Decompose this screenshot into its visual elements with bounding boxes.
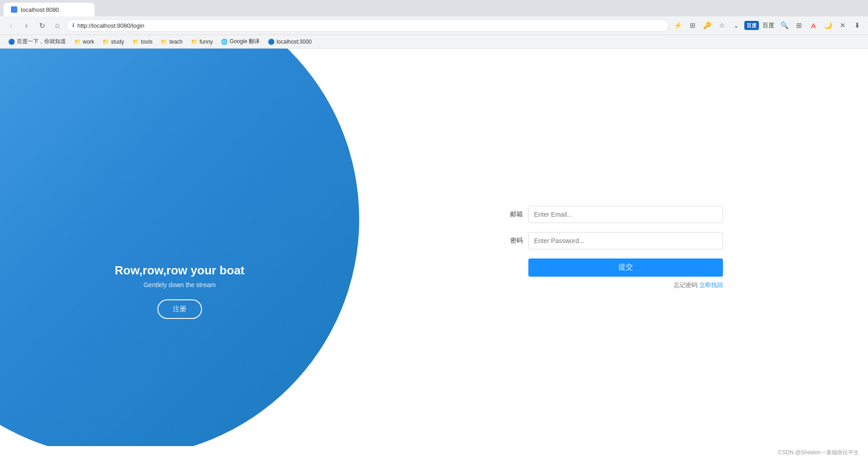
bookmark-work-label: work [83, 39, 94, 45]
forgot-password-link[interactable]: 立即找回 [699, 282, 723, 288]
login-form: 邮箱 密码 提交 忘记密码 立即找回 [505, 206, 723, 289]
folder-study-icon: 📁 [102, 39, 109, 45]
bookmark-google-translate[interactable]: 🌐 Google 翻译 [217, 36, 263, 47]
password-input[interactable] [528, 232, 723, 249]
password-row: 密码 [505, 232, 723, 249]
tab-bar: localhost:8080 [0, 0, 868, 16]
extensions-icon[interactable]: ⊞ [686, 19, 699, 32]
left-section: Row,row,row your boat Gentlely down the … [0, 49, 359, 446]
bookmark-teach-label: teach [169, 39, 182, 45]
bookmark-tools[interactable]: 📁 tools [129, 37, 156, 46]
folder-tools-icon: 📁 [132, 39, 139, 45]
search-icon[interactable]: 🔍 [778, 19, 791, 32]
submit-button[interactable]: 提交 [528, 258, 723, 277]
bookmark-google-translate-label: Google 翻译 [230, 38, 260, 45]
forgot-password-text: 忘记密码 [674, 282, 697, 288]
bookmark-localhost-label: localhost:3000 [276, 39, 311, 45]
tab-title: localhost:8080 [21, 6, 59, 13]
refresh-button[interactable]: ↻ [35, 19, 48, 32]
baidu-text: 百度 [763, 21, 774, 30]
email-input[interactable] [528, 206, 723, 223]
acrobat-icon[interactable]: A [807, 19, 820, 32]
folder-funny-icon: 📁 [191, 39, 198, 45]
address-bar[interactable]: ℹ http://localhost:8080/login [66, 19, 669, 32]
forward-button[interactable]: › [20, 19, 33, 32]
bookmark-tools-label: tools [141, 39, 152, 45]
apps-icon[interactable]: ⊞ [793, 19, 805, 32]
bookmark-study[interactable]: 📁 study [99, 37, 128, 46]
page-content: Row,row,row your boat Gentlely down the … [0, 49, 868, 446]
download-icon[interactable]: ⬇ [851, 19, 863, 32]
blue-circle [0, 49, 359, 446]
google-translate-favicon: 🌐 [221, 39, 228, 45]
bookmark-localhost-3000[interactable]: 🔵 localhost:3000 [264, 37, 315, 46]
baidu-ext-icon[interactable]: 百度 [744, 21, 759, 30]
password-label: 密码 [505, 237, 523, 245]
folder-work-icon: 📁 [74, 39, 81, 45]
browser-tab[interactable]: localhost:8080 [4, 3, 95, 16]
bookmark-funny[interactable]: 📁 funny [187, 37, 216, 46]
folder-teach-icon: 📁 [161, 39, 167, 45]
baidu-favicon: 🔵 [8, 39, 15, 45]
bookmark-baidu-label: 百度一下，你就知道 [17, 38, 66, 45]
page-footer: CSDN @Sheldon一蓑烟雨任平生 [778, 449, 859, 457]
bookmark-baidu[interactable]: 🔵 百度一下，你就知道 [5, 36, 70, 47]
email-row: 邮箱 [505, 206, 723, 223]
bookmark-work[interactable]: 📁 work [70, 37, 98, 46]
lock-icon: ℹ [72, 22, 75, 29]
star-icon[interactable]: ☆ [715, 19, 728, 32]
toolbar-right: ⚡ ⊞ 🔑 ☆ ⌄ 百度 百度 🔍 ⊞ A 🌙 ✕ ⬇ [672, 19, 863, 32]
hero-subtitle: Gentlely down the stream [115, 281, 245, 288]
bookmark-funny-label: funny [200, 39, 213, 45]
email-label: 邮箱 [505, 210, 523, 219]
register-button[interactable]: 注册 [157, 299, 202, 319]
localhost-favicon: 🔵 [268, 39, 275, 45]
bookmark-study-label: study [111, 39, 124, 45]
browser-chrome: localhost:8080 ‹ › ↻ ⌂ ℹ http://localhos… [0, 0, 868, 49]
submit-row: 提交 [505, 258, 723, 277]
hero-title: Row,row,row your boat [115, 263, 245, 278]
back-button[interactable]: ‹ [5, 19, 17, 32]
close-icon[interactable]: ✕ [836, 19, 849, 32]
key-icon[interactable]: 🔑 [701, 19, 713, 32]
form-footer: 忘记密码 立即找回 [505, 281, 723, 289]
night-mode-icon[interactable]: 🌙 [822, 19, 834, 32]
left-content: Row,row,row your boat Gentlely down the … [115, 263, 245, 319]
chevron-down-icon[interactable]: ⌄ [730, 19, 743, 32]
url-display: http://localhost:8080/login [77, 22, 144, 29]
right-section: 邮箱 密码 提交 忘记密码 立即找回 [359, 49, 868, 446]
attribution-text: CSDN @Sheldon一蓑烟雨任平生 [778, 449, 859, 456]
bookmarks-bar: 🔵 百度一下，你就知道 📁 work 📁 study 📁 tools 📁 tea… [0, 35, 868, 48]
lightning-icon[interactable]: ⚡ [672, 19, 684, 32]
home-button[interactable]: ⌂ [51, 19, 64, 32]
bookmark-teach[interactable]: 📁 teach [157, 37, 186, 46]
tab-favicon [11, 6, 17, 13]
browser-toolbar: ‹ › ↻ ⌂ ℹ http://localhost:8080/login ⚡ … [0, 16, 868, 35]
